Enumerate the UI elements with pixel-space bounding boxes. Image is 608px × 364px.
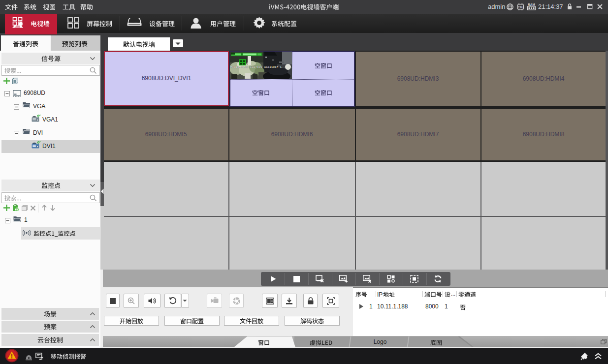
svg-text:Media-View 192*108 aaai18if L·: Media-View 192*108 aaai18if L··j P·· (230, 65, 292, 69)
svg-text:CPU: CPU (518, 6, 524, 9)
svg-text:RAM: RAM (528, 3, 535, 6)
